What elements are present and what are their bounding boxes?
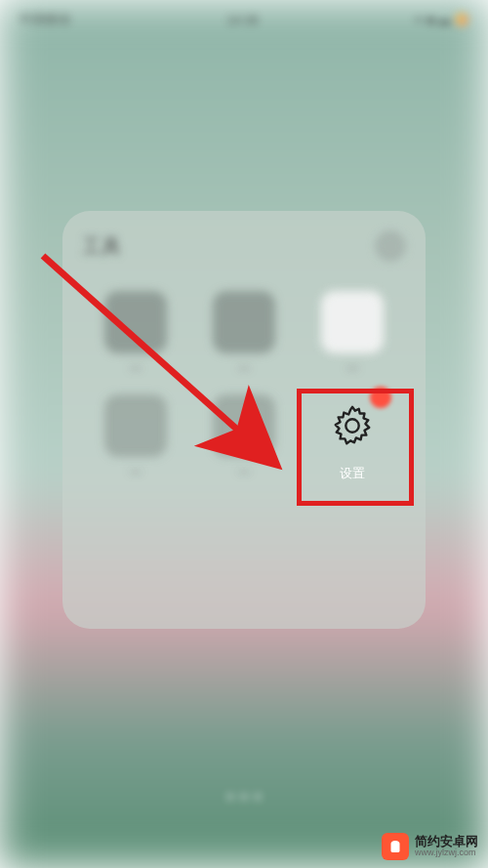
gear-icon [321, 394, 384, 457]
folder-app-grid: — — — — — [82, 291, 406, 482]
watermark: 简约安卓网 www.jylzwj.com [382, 833, 478, 860]
status-bar: 中国移动 14:36 •• ■ ▬ [0, 0, 488, 39]
app-label: — [130, 361, 142, 375]
folder-header: 工具 [82, 230, 406, 262]
app-label: — [238, 361, 250, 375]
status-indicator-icon [455, 13, 468, 26]
app-item[interactable]: — [86, 291, 184, 375]
app-folder-overlay[interactable]: 工具 — — — — — [62, 211, 426, 629]
notification-badge [370, 387, 391, 408]
android-icon [382, 833, 409, 860]
settings-label: 设置 [340, 465, 365, 482]
time-label: 14:36 [226, 13, 259, 27]
app-icon [104, 291, 167, 353]
app-item[interactable]: — [304, 291, 402, 375]
app-label: — [130, 465, 142, 478]
carrier-label: 中国移动 [20, 11, 70, 28]
app-item[interactable]: — [194, 394, 293, 482]
folder-add-button[interactable] [375, 230, 406, 262]
app-item[interactable]: — [86, 394, 184, 482]
app-icon [104, 394, 167, 457]
page-indicator [227, 794, 261, 800]
app-icon [213, 291, 275, 353]
app-label: — [238, 465, 250, 478]
svg-point-0 [346, 419, 359, 432]
app-icon [321, 291, 384, 353]
status-right: •• ■ ▬ [415, 13, 468, 27]
folder-title: 工具 [82, 233, 121, 260]
app-item[interactable]: — [194, 291, 293, 375]
settings-app[interactable]: 设置 [304, 394, 402, 482]
watermark-title: 简约安卓网 [415, 835, 478, 848]
app-label: — [346, 361, 358, 375]
app-icon [213, 394, 275, 457]
watermark-url: www.jylzwj.com [415, 848, 478, 858]
